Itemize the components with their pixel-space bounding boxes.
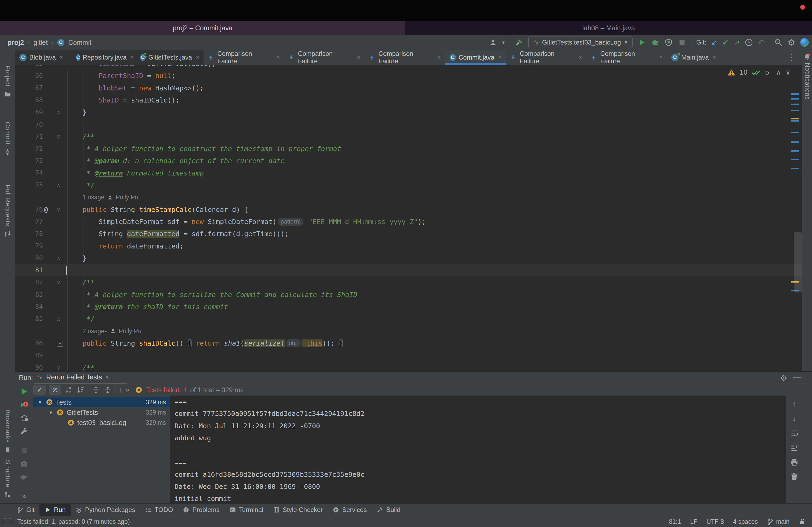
code-line-75[interactable]: 75∧ */ [15, 179, 802, 191]
code-line-90[interactable]: 90∨ /** [15, 362, 802, 372]
search-icon[interactable] [774, 38, 783, 47]
close-icon[interactable]: × [276, 54, 280, 61]
print-icon[interactable] [790, 458, 799, 466]
close-icon[interactable]: × [60, 54, 63, 61]
chevron-down-icon[interactable]: ▾ [502, 39, 505, 46]
fold-icon[interactable]: ∧ [57, 179, 60, 191]
git-commit-icon[interactable]: ✔ [722, 38, 728, 47]
editor-tab-commit-java[interactable]: CCommit.java× [445, 50, 506, 65]
stripe-item-commit[interactable]: Commit [0, 122, 15, 156]
code-line-85[interactable]: 85∧ */ [15, 313, 802, 325]
close-icon[interactable]: × [130, 54, 134, 61]
tool-window-button-problems[interactable]: Problems [178, 504, 224, 516]
code-editor[interactable]: 65 timestamp = sdf.format(date);66 Paren… [15, 65, 802, 371]
soft-wrap-icon[interactable] [790, 429, 799, 437]
gear-icon[interactable]: ⚙ [787, 37, 795, 47]
minimize-icon[interactable]: — [793, 372, 801, 381]
gear-icon[interactable]: ⚙ [780, 373, 787, 383]
tool-window-button-git[interactable]: Git [12, 504, 40, 516]
stripe-item-notifications[interactable]: Notifications [804, 63, 811, 100]
rerun-icon[interactable] [20, 387, 28, 396]
unlocked-icon[interactable] [799, 518, 806, 525]
breadcrumb[interactable]: proj2›gitlet›CCommit [8, 35, 91, 50]
fold-icon[interactable]: ∧ [57, 313, 60, 325]
test-tree-item-test03_basiclog[interactable]: test03_basicLog329 ms [33, 418, 170, 428]
rerun-failed-tests-icon[interactable] [20, 401, 28, 409]
usages-inlay[interactable]: 1 usagePolly Pu [15, 191, 802, 204]
code-line-65[interactable]: 65 timestamp = sdf.format(date); [15, 65, 802, 70]
editor-tab-comparison-failure[interactable]: Comparison Failure× [204, 50, 284, 65]
code-line-77[interactable]: 77 SimpleDateFormat sdf = new SimpleDate… [15, 216, 802, 228]
test-console[interactable]: ===commit 77753750a0951f57fdbd3dac71c344… [170, 395, 786, 504]
git-update-icon[interactable]: ↙ [711, 38, 717, 47]
build-project-icon[interactable] [515, 38, 523, 47]
code-line-71[interactable]: 71∨ /** [15, 131, 802, 143]
line-separator[interactable]: LF [690, 518, 697, 525]
test-tree-item-tests[interactable]: ▾Tests329 ms [33, 397, 170, 407]
tool-window-button-style-checker[interactable]: Style Checker [268, 504, 327, 516]
usages-inlay[interactable]: 2 usagesPolly Pu [15, 325, 802, 337]
code-line-67[interactable]: 67 blobSet = new HashMap<>(); [15, 82, 802, 94]
close-icon[interactable]: × [498, 54, 502, 61]
scrollbar-thumb[interactable] [794, 232, 802, 292]
editor-tab-blob-java[interactable]: CBlob.java× [15, 50, 72, 65]
tool-window-button-python-packages[interactable]: Python Packages [71, 504, 140, 516]
fold-icon[interactable]: + [57, 337, 63, 349]
file-encoding[interactable]: UTF-8 [707, 518, 724, 525]
code-line-69[interactable]: 69∧ } [15, 106, 802, 118]
user-icon[interactable] [489, 38, 497, 47]
code-line-89[interactable]: 89 [15, 349, 802, 361]
git-push-icon[interactable]: ↗ [733, 38, 740, 47]
code-line-79[interactable]: 79 return dateFormatted; [15, 240, 802, 252]
clear-console-icon[interactable] [790, 472, 799, 481]
code-line-86[interactable]: 86+ public String shaIDCalc() { return s… [15, 337, 802, 349]
code-line-68[interactable]: 68 ShaID = shaIDCalc(); [15, 94, 802, 106]
run-tab[interactable]: Rerun Failed Tests × [36, 373, 109, 381]
editor-tab-comparison-failure[interactable]: Comparison Failure× [284, 50, 365, 65]
caret-position[interactable]: 81:1 [669, 518, 681, 525]
previous-failed-icon[interactable]: ↑ [119, 386, 122, 394]
chevron-down-icon[interactable]: ▾ [48, 409, 54, 416]
prev-problem-icon[interactable]: ∧ [776, 68, 781, 76]
close-icon[interactable]: × [196, 54, 199, 61]
fold-icon[interactable]: ∨ [57, 131, 60, 143]
code-line-74[interactable]: 74 * @return Formatted timestamp [15, 167, 802, 179]
code-line-72[interactable]: 72 * A helper function to construct the … [15, 143, 802, 155]
fold-icon[interactable]: ∧ [57, 252, 60, 264]
breadcrumb-item[interactable]: gitlet [33, 39, 48, 46]
toggle-auto-test-icon[interactable] [20, 414, 28, 423]
close-icon[interactable]: × [713, 54, 716, 61]
close-icon[interactable]: × [659, 54, 663, 61]
attach-debugger-icon[interactable] [20, 473, 28, 481]
stripe-item-bookmarks[interactable]: Bookmarks [0, 409, 15, 454]
tool-window-button-build[interactable]: Build [372, 504, 405, 516]
scroll-to-end-icon[interactable] [790, 443, 799, 452]
tab-overflow-icon[interactable]: ⋮ [788, 52, 796, 62]
code-line-81[interactable]: 81 [15, 264, 802, 276]
fold-icon[interactable]: ∨ [57, 204, 60, 216]
window-tab-active[interactable]: proj2 – Commit.java [0, 21, 405, 35]
code-line-82[interactable]: 82∨ /** [15, 276, 802, 288]
collapse-all-icon[interactable] [103, 386, 112, 394]
fold-icon[interactable]: ∨ [57, 276, 60, 288]
thread-dump-icon[interactable] [20, 460, 28, 468]
quick-access-icon[interactable] [4, 518, 11, 525]
stripe-item-pull-requests[interactable]: Pull Requests [0, 185, 15, 238]
tool-window-button-services[interactable]: Services [328, 504, 372, 516]
git-branch-widget[interactable]: main [767, 518, 789, 525]
close-icon[interactable]: × [357, 54, 360, 61]
profile-sphere-icon[interactable] [800, 38, 809, 47]
code-line-70[interactable]: 70 [15, 119, 802, 131]
fold-icon[interactable]: ∧ [57, 106, 60, 118]
fold-icon[interactable]: ∨ [57, 362, 60, 372]
show-passed-toggle[interactable]: ✔ [33, 385, 46, 395]
code-line-76[interactable]: 76@∨ public String timeStampCalc(Calenda… [15, 204, 802, 216]
breadcrumb-item[interactable]: proj2 [8, 39, 24, 46]
tool-window-button-todo[interactable]: TODO [140, 504, 178, 516]
notifications-bell-icon[interactable] [803, 53, 811, 61]
indent-setting[interactable]: 4 spaces [733, 518, 758, 525]
code-line-83[interactable]: 83 * A helper function to serialize the … [15, 289, 802, 301]
editor-tab-repository-java[interactable]: CRepository.java× [72, 50, 136, 65]
debug-button[interactable] [651, 38, 659, 47]
history-icon[interactable] [744, 38, 753, 47]
